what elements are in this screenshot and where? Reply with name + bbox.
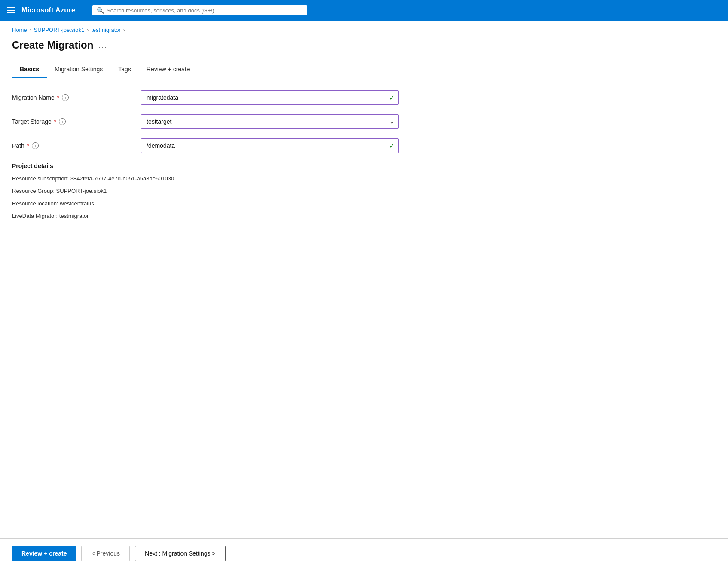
main-content: Home › SUPPORT-joe.siok1 › testmigrator … — [0, 21, 728, 568]
more-options-button[interactable]: ... — [98, 41, 107, 50]
target-storage-select[interactable]: testtarget — [141, 114, 399, 129]
breadcrumb: Home › SUPPORT-joe.siok1 › testmigrator … — [0, 21, 728, 36]
breadcrumb-sep-2: › — [87, 27, 89, 33]
breadcrumb-sep-3: › — [123, 27, 125, 33]
breadcrumb-sep-1: › — [30, 27, 31, 33]
tab-tags[interactable]: Tags — [110, 61, 139, 78]
project-resource-location: Resource location: westcentralus — [12, 200, 716, 207]
app-title: Microsoft Azure — [21, 6, 75, 14]
path-row: Path * i ✓ — [12, 138, 716, 153]
target-storage-row: Target Storage * i testtarget ⌄ — [12, 114, 716, 129]
tab-basics[interactable]: Basics — [12, 61, 47, 78]
migration-name-input-wrap: ✓ — [141, 90, 399, 105]
migration-name-label: Migration Name * i — [12, 94, 141, 101]
target-storage-select-wrap: testtarget ⌄ — [141, 114, 399, 129]
path-check-icon: ✓ — [389, 142, 395, 150]
project-details-title: Project details — [12, 162, 716, 169]
target-storage-label: Target Storage * i — [12, 118, 141, 125]
tab-migration-settings[interactable]: Migration Settings — [47, 61, 110, 78]
breadcrumb-testmigrator[interactable]: testmigrator — [91, 27, 121, 33]
project-details: Project details Resource subscription: 3… — [12, 162, 716, 219]
breadcrumb-home[interactable]: Home — [12, 27, 27, 33]
page-title-row: Create Migration ... — [0, 36, 728, 61]
previous-button[interactable]: < Previous — [81, 546, 130, 561]
migration-name-required: * — [57, 95, 59, 101]
project-resource-group: Resource Group: SUPPORT-joe.siok1 — [12, 188, 716, 194]
footer-bar: Review + create < Previous Next : Migrat… — [0, 538, 728, 568]
breadcrumb-support[interactable]: SUPPORT-joe.siok1 — [34, 27, 85, 33]
tab-review-create[interactable]: Review + create — [139, 61, 198, 78]
search-input[interactable] — [107, 7, 303, 14]
path-input-wrap: ✓ — [141, 138, 399, 153]
topbar: Microsoft Azure 🔍 — [0, 0, 728, 21]
migration-name-input-wrapper: ✓ — [141, 90, 399, 105]
review-create-button[interactable]: Review + create — [12, 546, 76, 561]
next-button[interactable]: Next : Migration Settings > — [135, 546, 226, 561]
path-input-wrapper: ✓ — [141, 138, 399, 153]
migration-name-check-icon: ✓ — [389, 94, 395, 102]
search-bar: 🔍 — [92, 5, 307, 15]
hamburger-menu[interactable] — [7, 7, 15, 13]
path-info-icon[interactable]: i — [32, 142, 39, 149]
migration-name-row: Migration Name * i ✓ — [12, 90, 716, 105]
target-storage-info-icon[interactable]: i — [59, 118, 66, 125]
project-subscription: Resource subscription: 3842fefa-7697-4e7… — [12, 175, 716, 182]
search-icon: 🔍 — [97, 7, 104, 14]
page-title: Create Migration — [12, 39, 93, 51]
path-label: Path * i — [12, 142, 141, 149]
migration-name-input[interactable] — [141, 90, 399, 105]
form-area: Migration Name * i ✓ Target Storage * i … — [0, 78, 728, 538]
target-storage-required: * — [54, 119, 56, 125]
tab-bar: Basics Migration Settings Tags Review + … — [0, 61, 728, 78]
migration-name-info-icon[interactable]: i — [62, 94, 69, 101]
path-required: * — [27, 143, 29, 149]
path-input[interactable] — [141, 138, 399, 153]
project-livedata-migrator: LiveData Migrator: testmigrator — [12, 213, 716, 219]
